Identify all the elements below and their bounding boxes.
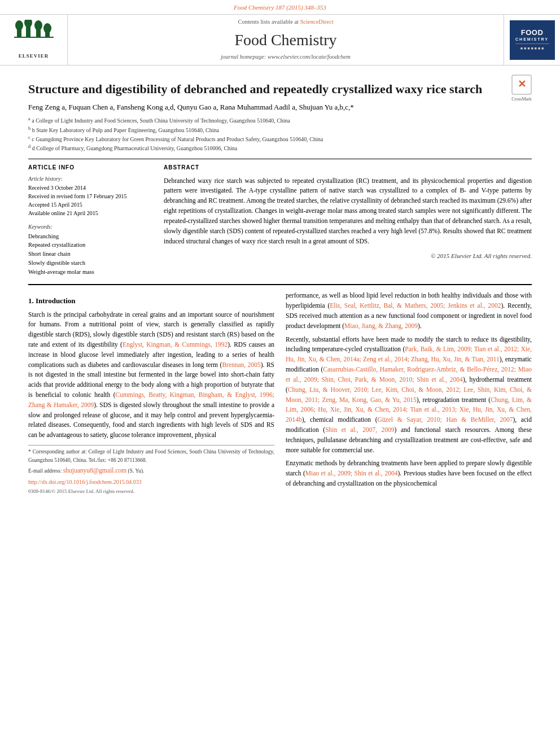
top-bar: Food Chemistry 187 (2015) 348–353 bbox=[0, 0, 560, 13]
body-col-left: 1. Introduction Starch is the principal … bbox=[28, 291, 274, 496]
svg-point-6 bbox=[34, 20, 42, 30]
badge-food: FOOD bbox=[521, 28, 544, 37]
article-history-section: Article history: Received 3 October 2014… bbox=[28, 175, 152, 217]
body-para-col2-2: Recently, substantial efforts have been … bbox=[286, 335, 532, 456]
authors-line: Feng Zeng a, Fuquan Chen a, Fansheng Kon… bbox=[28, 102, 532, 112]
title-row: Structure and digestibility of debranche… bbox=[28, 72, 532, 102]
ref-elis[interactable]: Elis, Seal, Kettlitz, Bal, & Mathers, 20… bbox=[330, 302, 501, 309]
body-para-col2-1: performance, as well as blood lipid leve… bbox=[286, 291, 532, 331]
history-label: Article history: bbox=[28, 175, 152, 183]
available-date: Available online 21 April 2015 bbox=[28, 209, 152, 217]
body-para-col2-3: Enzymatic methods by debranching treatme… bbox=[286, 458, 532, 488]
affiliation-a: a a College of Light Industry and Food S… bbox=[28, 116, 532, 125]
footnotes-section: * Corresponding author at: College of Li… bbox=[28, 445, 274, 496]
issn-line: 0308-8146/© 2015 Elsevier Ltd. All right… bbox=[28, 488, 274, 496]
svg-point-4 bbox=[24, 20, 32, 28]
affiliations: a a College of Light Industry and Food S… bbox=[28, 116, 532, 152]
ref-miao2009[interactable]: Miao et al., 2009; Shin et al., 2004 bbox=[305, 470, 398, 477]
main-content: Structure and digestibility of debranche… bbox=[0, 67, 560, 501]
article-title: Structure and digestibility of debranche… bbox=[28, 81, 482, 98]
affiliation-d: d d College of Pharmacy, Guangdong Pharm… bbox=[28, 143, 532, 152]
ref-brennan[interactable]: Brennan, 2005 bbox=[222, 361, 260, 368]
article-info-title: ARTICLE INFO bbox=[28, 164, 152, 172]
ref-casarrubias[interactable]: Casarrubias-Castillo, Hamaker, Rodriguez… bbox=[286, 366, 532, 383]
sciencedirect-line: Contents lists available at ScienceDirec… bbox=[238, 18, 333, 27]
elsevier-logo-area: ELSEVIER bbox=[0, 15, 68, 65]
article-info-abstract: ARTICLE INFO Article history: Received 3… bbox=[28, 164, 532, 277]
badge-chemistry: CHEMISTRY bbox=[515, 37, 549, 42]
accepted-date: Accepted 15 April 2015 bbox=[28, 201, 152, 209]
divider-after-affiliations bbox=[28, 159, 532, 159]
affiliation-c: c c Guangdong Province Key Laboratory fo… bbox=[28, 134, 532, 143]
keywords-section: Keywords: Debranching Repeated crystalli… bbox=[28, 223, 152, 277]
copyright-line: © 2015 Elsevier Ltd. All rights reserved… bbox=[164, 252, 532, 260]
corresponding-author-note: * Corresponding author at: College of Li… bbox=[28, 448, 274, 464]
abstract-text: Debranched waxy rice starch was subjecte… bbox=[164, 176, 532, 247]
body-content: 1. Introduction Starch is the principal … bbox=[28, 291, 532, 496]
ref-shin2007[interactable]: Shin et al., 2007, 2009 bbox=[325, 426, 394, 433]
header-center-area: Contents lists available at ScienceDirec… bbox=[68, 15, 504, 65]
keyword-4: Weight-average molar mass bbox=[28, 268, 152, 277]
body-col-right: performance, as well as blood lipid leve… bbox=[286, 291, 532, 496]
affiliation-b: b b State Key Laboratory of Pulp and Pap… bbox=[28, 125, 532, 134]
svg-point-8 bbox=[43, 23, 51, 33]
email-link[interactable]: shujuanyu8@gmail.com bbox=[63, 467, 126, 474]
keyword-2: Short linear chain bbox=[28, 250, 152, 259]
food-chemistry-badge: FOOD CHEMISTRY ■ ■ ■ ■ ■ ■ ■ bbox=[504, 15, 560, 65]
crossmark: ✕ CrossMark bbox=[511, 75, 532, 102]
section1-heading: 1. Introduction bbox=[28, 295, 274, 307]
journal-homepage: journal homepage: www.elsevier.com/locat… bbox=[221, 53, 351, 62]
keyword-1: Repeated crystallization bbox=[28, 241, 152, 250]
journal-header: ELSEVIER Contents lists available at Sci… bbox=[0, 14, 560, 65]
received-date: Received 3 October 2014 bbox=[28, 184, 152, 192]
journal-ref: Food Chemistry 187 (2015) 348–353 bbox=[234, 4, 326, 11]
elsevier-text: ELSEVIER bbox=[19, 53, 49, 60]
ref-cummings[interactable]: Cummings, Beatty, Kingman, Bingham, & En… bbox=[28, 391, 274, 408]
revised-date: Received in revised form 17 February 201… bbox=[28, 193, 152, 200]
keyword-3: Slowly digestible starch bbox=[28, 259, 152, 268]
ref-englyst[interactable]: Englyst, Kingman, & Cummings, 1992 bbox=[123, 341, 228, 348]
doi-link[interactable]: http://dx.doi.org/10.1016/j.foodchem.201… bbox=[28, 479, 142, 485]
journal-title-header: Food Chemistry bbox=[234, 29, 336, 51]
abstract-col: ABSTRACT Debranched waxy rice starch was… bbox=[164, 164, 532, 277]
article-info-col: ARTICLE INFO Article history: Received 3… bbox=[28, 164, 152, 277]
ref-park[interactable]: Park, Baik, & Lim, 2009; Tian et al., 20… bbox=[286, 346, 532, 362]
body-divider bbox=[28, 284, 532, 285]
crossmark-icon: ✕ bbox=[511, 75, 532, 95]
keyword-0: Debranching bbox=[28, 232, 152, 241]
ref-guzel[interactable]: Güzel & Sayar, 2010; Han & BeMiller, 200… bbox=[378, 416, 513, 423]
sciencedirect-link[interactable]: ScienceDirect bbox=[300, 19, 334, 25]
body-para-1: Starch is the principal carbohydrate in … bbox=[28, 310, 274, 441]
ref-miao[interactable]: Miao, Jiang, & Zhang, 2009 bbox=[344, 322, 418, 329]
keywords-label: Keywords: bbox=[28, 223, 152, 231]
svg-point-2 bbox=[15, 20, 23, 30]
email-line: E-mail address: shujuanyu8@gmail.com (S.… bbox=[28, 466, 274, 476]
abstract-title: ABSTRACT bbox=[164, 164, 532, 172]
